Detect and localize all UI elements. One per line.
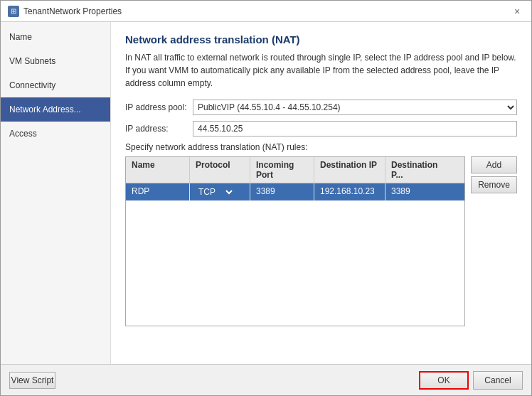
add-button[interactable]: Add xyxy=(471,156,517,173)
main-window: ⊞ TenantNetwork Properties × Name VM Sub… xyxy=(0,0,532,396)
protocol-select[interactable]: TCP UDP xyxy=(196,186,235,198)
nat-rules-label: Specify network address translation (NAT… xyxy=(125,142,517,152)
close-button[interactable]: × xyxy=(510,4,524,18)
table-buttons: Add Remove xyxy=(471,156,517,326)
section-title: Network address translation (NAT) xyxy=(125,33,517,46)
sidebar-item-name[interactable]: Name xyxy=(1,25,110,49)
cell-protocol: TCP UDP xyxy=(190,183,250,200)
ip-pool-select[interactable]: PublicVIP (44.55.10.4 - 44.55.10.254) xyxy=(193,100,517,115)
cell-name: RDP xyxy=(126,183,190,200)
cancel-button[interactable]: Cancel xyxy=(473,371,523,390)
col-header-incoming-port: Incoming Port xyxy=(250,157,314,183)
window-icon: ⊞ xyxy=(8,6,19,17)
table-header: Name Protocol Incoming Port Destination … xyxy=(126,157,464,183)
window-title: TenantNetwork Properties xyxy=(23,6,122,16)
bottom-right-buttons: OK Cancel xyxy=(419,371,523,390)
remove-button[interactable]: Remove xyxy=(471,176,517,193)
ip-address-input[interactable] xyxy=(193,121,517,137)
view-script-button[interactable]: View Script xyxy=(9,372,55,389)
ip-pool-label: IP address pool: xyxy=(125,102,193,112)
rules-table: Name Protocol Incoming Port Destination … xyxy=(125,156,465,326)
cell-incoming-port: 3389 xyxy=(250,183,314,200)
col-header-name: Name xyxy=(126,157,190,183)
cell-destination-p: 3389 xyxy=(385,183,442,200)
ok-button[interactable]: OK xyxy=(419,371,469,390)
table-body: RDP TCP UDP 3389 192.168.10.23 3389 xyxy=(126,183,464,326)
col-header-destination-ip: Destination IP xyxy=(314,157,385,183)
sidebar-item-access[interactable]: Access xyxy=(1,122,110,146)
ip-pool-row: IP address pool: PublicVIP (44.55.10.4 -… xyxy=(125,100,517,115)
col-header-destination-p: Destination P... xyxy=(385,157,442,183)
cell-destination-ip: 192.168.10.23 xyxy=(314,183,385,200)
main-content: Network address translation (NAT) In NAT… xyxy=(111,22,531,364)
description-text: In NAT all traffic to external network i… xyxy=(125,51,517,90)
title-bar-left: ⊞ TenantNetwork Properties xyxy=(8,6,122,17)
sidebar: Name VM Subnets Connectivity Network Add… xyxy=(1,22,111,364)
sidebar-item-vm-subnets[interactable]: VM Subnets xyxy=(1,49,110,73)
table-row[interactable]: RDP TCP UDP 3389 192.168.10.23 3389 xyxy=(126,183,464,200)
col-header-protocol: Protocol xyxy=(190,157,250,183)
sidebar-item-connectivity[interactable]: Connectivity xyxy=(1,73,110,97)
bottom-bar: View Script OK Cancel xyxy=(1,364,531,395)
ip-address-row: IP address: xyxy=(125,121,517,137)
ip-address-label: IP address: xyxy=(125,124,193,134)
content-area: Name VM Subnets Connectivity Network Add… xyxy=(1,22,531,364)
title-bar: ⊞ TenantNetwork Properties × xyxy=(1,1,531,22)
rules-area: Name Protocol Incoming Port Destination … xyxy=(125,156,517,326)
sidebar-item-network-address[interactable]: Network Address... xyxy=(1,97,110,122)
